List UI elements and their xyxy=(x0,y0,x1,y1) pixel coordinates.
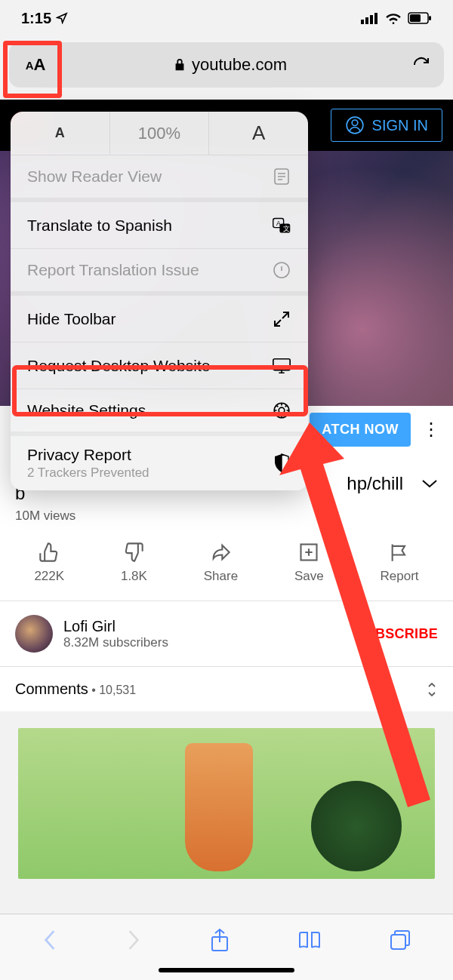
save-button[interactable]: Save xyxy=(294,542,324,584)
video-views: 10M views xyxy=(15,508,438,524)
status-time: 1:15 xyxy=(21,10,51,27)
expand-icon xyxy=(272,309,291,329)
subscribe-button[interactable]: SUBSCRIBE xyxy=(356,626,438,642)
next-video-thumbnail[interactable] xyxy=(18,728,435,879)
zoom-percent[interactable]: 100% xyxy=(110,112,210,155)
share-button[interactable]: Share xyxy=(204,542,238,584)
wifi-icon xyxy=(385,12,402,24)
signal-icon xyxy=(361,12,379,24)
comments-row[interactable]: Comments • 10,531 xyxy=(0,667,453,711)
avatar[interactable] xyxy=(15,615,53,653)
sign-in-button[interactable]: SIGN IN xyxy=(331,109,442,142)
home-indicator[interactable] xyxy=(159,968,294,972)
svg-rect-1 xyxy=(365,17,368,24)
channel-row[interactable]: Lofi Girl 8.32M subscribers SUBSCRIBE xyxy=(0,601,453,667)
warning-circle-icon xyxy=(272,260,291,280)
menu-hide-toolbar[interactable]: Hide Toolbar xyxy=(11,296,308,343)
battery-icon xyxy=(408,12,432,24)
expand-collapse-icon[interactable] xyxy=(426,681,438,698)
annotation-highlight-aa xyxy=(3,41,62,98)
menu-privacy-report[interactable]: Privacy Report 2 Trackers Prevented xyxy=(11,436,308,490)
svg-text:文: 文 xyxy=(283,224,290,232)
watch-now-button[interactable]: ATCH NOW xyxy=(310,413,411,447)
zoom-increase[interactable]: A xyxy=(209,112,308,155)
svg-rect-3 xyxy=(374,13,378,24)
dislike-button[interactable]: 1.8K xyxy=(121,542,147,584)
page-settings-popup: A 100% A Show Reader View Translate to S… xyxy=(11,112,308,490)
channel-subscribers: 8.32M subscribers xyxy=(63,635,168,650)
menu-translate[interactable]: Translate to Spanish A文 xyxy=(11,202,308,249)
thumb-up-icon xyxy=(39,542,60,563)
url-bar[interactable]: AA youtube.com xyxy=(9,42,444,88)
zoom-decrease[interactable]: A xyxy=(11,112,110,155)
zoom-row: A 100% A xyxy=(11,112,308,155)
translate-icon: A文 xyxy=(272,216,291,235)
bookmarks-button[interactable] xyxy=(297,929,322,951)
svg-rect-0 xyxy=(361,20,364,24)
annotation-highlight-desktop xyxy=(12,365,308,416)
video-actions: 222K 1.8K Share Save Report xyxy=(0,527,453,601)
share-arrow-icon xyxy=(210,542,231,563)
svg-rect-21 xyxy=(391,935,405,949)
url-domain[interactable]: youtube.com xyxy=(62,55,399,75)
flag-icon xyxy=(389,542,410,563)
share-button-toolbar[interactable] xyxy=(210,928,230,952)
menu-reader-view: Show Reader View xyxy=(11,155,308,202)
comments-count: 10,531 xyxy=(99,684,136,696)
svg-rect-6 xyxy=(429,16,431,20)
reload-button[interactable] xyxy=(399,56,444,74)
chevron-down-icon[interactable] xyxy=(421,478,438,489)
svg-point-8 xyxy=(352,120,358,126)
svg-rect-5 xyxy=(410,14,421,22)
back-button[interactable] xyxy=(42,929,58,951)
lock-icon xyxy=(174,58,186,72)
more-options-icon[interactable]: ⋮ xyxy=(420,419,442,440)
channel-name: Lofi Girl xyxy=(63,618,168,635)
tabs-button[interactable] xyxy=(389,929,411,951)
like-button[interactable]: 222K xyxy=(34,542,64,584)
comments-label: Comments xyxy=(15,680,88,697)
location-icon xyxy=(56,12,68,24)
forward-button xyxy=(125,929,142,951)
thumb-down-icon xyxy=(123,542,144,563)
report-button[interactable]: Report xyxy=(381,542,419,584)
svg-rect-2 xyxy=(370,15,373,24)
shield-icon xyxy=(272,453,291,473)
save-icon xyxy=(298,542,319,563)
reader-icon xyxy=(272,167,291,186)
menu-report-translation: Report Translation Issue xyxy=(11,249,308,296)
status-bar: 1:15 xyxy=(0,0,453,36)
reload-icon xyxy=(412,56,430,74)
person-icon xyxy=(345,115,365,135)
